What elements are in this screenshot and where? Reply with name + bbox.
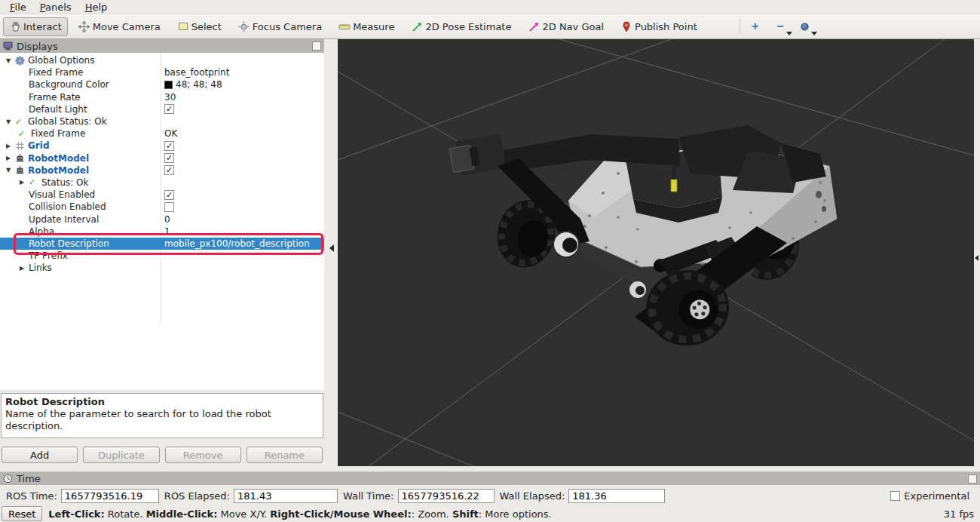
collapse-arrow-icon[interactable] bbox=[975, 255, 978, 261]
property-label: Collision Enabled bbox=[29, 201, 106, 212]
tree-row-grid[interactable]: ▶Grid✓ bbox=[0, 140, 323, 152]
fps-counter: 31 fps bbox=[944, 508, 974, 520]
property-value[interactable]: OK bbox=[161, 128, 177, 139]
float-panel-button[interactable] bbox=[312, 41, 321, 51]
tree-row-global-options[interactable]: ▼Global Options bbox=[0, 54, 323, 66]
wall-elapsed-input[interactable] bbox=[568, 489, 665, 503]
tree-row-alpha[interactable]: Alpha1 bbox=[0, 226, 323, 238]
tool-2d-nav-goal[interactable]: 2D Nav Goal bbox=[522, 17, 610, 36]
property-value[interactable]: ✓ bbox=[161, 141, 174, 151]
tool-move-camera[interactable]: Move Camera bbox=[72, 17, 167, 36]
tool-label: 2D Nav Goal bbox=[542, 21, 604, 32]
panel-splitter-right[interactable] bbox=[974, 39, 980, 466]
mouse-help-text: Left-Click: Rotate. Middle-Click: Move X… bbox=[48, 508, 551, 520]
menu-file[interactable]: File bbox=[3, 1, 33, 14]
expander-open-icon[interactable]: ▼ bbox=[5, 167, 15, 173]
checkbox-checked[interactable]: ✓ bbox=[164, 104, 174, 114]
value-text: base_footprint bbox=[164, 67, 229, 78]
tree-row-links[interactable]: ▶Links bbox=[0, 262, 323, 274]
tree-row-status-ok[interactable]: ▶✓Status: Ok bbox=[0, 177, 323, 189]
property-label: Background Color bbox=[29, 79, 109, 90]
tree-row-background-color[interactable]: Background Color48; 48; 48 bbox=[0, 78, 323, 91]
expander-closed-icon[interactable]: ▶ bbox=[5, 143, 15, 149]
tool-measure[interactable]: Measure bbox=[332, 17, 400, 36]
property-label: Fixed Frame bbox=[29, 67, 83, 78]
ros-elapsed-input[interactable] bbox=[234, 489, 338, 503]
gear-icon bbox=[15, 56, 28, 66]
property-value[interactable]: ✓ bbox=[161, 190, 174, 200]
time-panel-title: Time bbox=[17, 473, 41, 484]
property-value[interactable]: ✓ bbox=[161, 153, 174, 163]
checkbox-checked[interactable]: ✓ bbox=[164, 153, 174, 163]
tool-label: Move Camera bbox=[93, 21, 161, 32]
duplicate-button: Duplicate bbox=[83, 447, 159, 463]
property-value[interactable]: 48; 48; 48 bbox=[161, 79, 222, 90]
tree-row-default-light[interactable]: Default Light✓ bbox=[0, 103, 323, 115]
time-field-label: Wall Time: bbox=[343, 490, 394, 502]
expander-open-icon[interactable]: ▼ bbox=[5, 118, 15, 125]
red-pin-icon bbox=[620, 21, 632, 32]
property-value[interactable]: ✓ bbox=[161, 104, 174, 114]
tree-row-fixed-frame[interactable]: ✓Fixed FrameOK bbox=[0, 127, 323, 140]
tool-2d-pose-estimate[interactable]: 2D Pose Estimate bbox=[405, 17, 517, 36]
property-value[interactable]: base_footprint bbox=[161, 67, 229, 78]
expander-closed-icon[interactable]: ▶ bbox=[18, 265, 29, 272]
status-ok-check-icon: ✓ bbox=[15, 117, 28, 127]
tree-row-tf-prefix[interactable]: TF Prefix bbox=[0, 250, 323, 262]
add-button[interactable]: Add bbox=[2, 447, 78, 463]
property-value[interactable]: mobile_px100/robot_description bbox=[161, 238, 310, 249]
property-label: Default Light bbox=[29, 104, 87, 115]
checkbox-checked[interactable]: ✓ bbox=[164, 190, 174, 200]
tree-row-visual-enabled[interactable]: Visual Enabled✓ bbox=[0, 189, 323, 201]
collapse-arrow-icon[interactable] bbox=[329, 244, 334, 252]
camera-view-button[interactable] bbox=[796, 17, 814, 36]
float-panel-button[interactable] bbox=[968, 474, 977, 484]
tool-publish-point[interactable]: Publish Point bbox=[614, 17, 703, 36]
tree-row-fixed-frame[interactable]: Fixed Framebase_footprint bbox=[0, 66, 323, 78]
remove-button: Remove bbox=[165, 447, 241, 463]
move-icon bbox=[78, 21, 90, 32]
time-field-label: ROS Time: bbox=[6, 490, 57, 502]
menu-help[interactable]: Help bbox=[78, 1, 115, 14]
tool-interact[interactable]: Interact bbox=[3, 17, 68, 36]
reset-button[interactable]: Reset bbox=[2, 506, 42, 521]
tree-row-robotmodel[interactable]: ▼RobotModel✓ bbox=[0, 164, 323, 177]
checkbox-checked[interactable]: ✓ bbox=[164, 141, 174, 151]
ros-time-input[interactable] bbox=[61, 489, 159, 503]
wall-time-input[interactable] bbox=[398, 489, 495, 503]
select-box-icon bbox=[177, 21, 189, 32]
checkbox-unchecked[interactable] bbox=[164, 202, 174, 212]
tree-row-robotmodel[interactable]: ▶RobotModel✓ bbox=[0, 152, 323, 164]
tool-focus-camera[interactable]: Focus Camera bbox=[232, 17, 328, 36]
zoom-in-button[interactable]: + bbox=[746, 17, 764, 36]
expander-closed-icon[interactable]: ▶ bbox=[18, 179, 29, 186]
property-value[interactable] bbox=[161, 202, 174, 212]
expander-open-icon[interactable]: ▼ bbox=[5, 57, 15, 64]
property-value[interactable]: 30 bbox=[161, 92, 176, 103]
checkbox-checked[interactable]: ✓ bbox=[164, 165, 174, 175]
property-value[interactable]: 0 bbox=[161, 214, 170, 225]
grid-icon bbox=[15, 141, 28, 151]
zoom-out-button[interactable]: − bbox=[771, 17, 789, 36]
property-value[interactable]: ✓ bbox=[161, 165, 174, 175]
experimental-label: Experimental bbox=[904, 490, 969, 502]
tree-row-collision-enabled[interactable]: Collision Enabled bbox=[0, 201, 323, 213]
tool-label: Publish Point bbox=[635, 21, 697, 32]
tool-label: Measure bbox=[353, 21, 394, 32]
status-bar: Reset Left-Click: Rotate. Middle-Click: … bbox=[0, 505, 980, 522]
description-title: Robot Description bbox=[5, 396, 319, 408]
panel-splitter-left[interactable] bbox=[324, 39, 338, 466]
tree-row-robot-description[interactable]: Robot Descriptionmobile_px100/robot_desc… bbox=[0, 238, 324, 250]
property-value[interactable]: 1 bbox=[161, 226, 170, 237]
menu-panels[interactable]: Panels bbox=[33, 1, 78, 14]
display-buttons: AddDuplicateRemoveRename bbox=[0, 447, 324, 463]
3d-viewport[interactable] bbox=[338, 39, 974, 466]
tree-row-frame-rate[interactable]: Frame Rate30 bbox=[0, 91, 323, 103]
tree-row-update-interval[interactable]: Update Interval0 bbox=[0, 213, 323, 225]
tree-row-global-status-ok[interactable]: ▼✓Global Status: Ok bbox=[0, 115, 323, 127]
tool-select[interactable]: Select bbox=[171, 17, 228, 36]
description-box: Robot Description Name of the parameter … bbox=[1, 393, 323, 438]
value-text: 0 bbox=[164, 214, 170, 225]
expander-closed-icon[interactable]: ▶ bbox=[5, 155, 15, 161]
experimental-checkbox[interactable] bbox=[890, 491, 900, 501]
